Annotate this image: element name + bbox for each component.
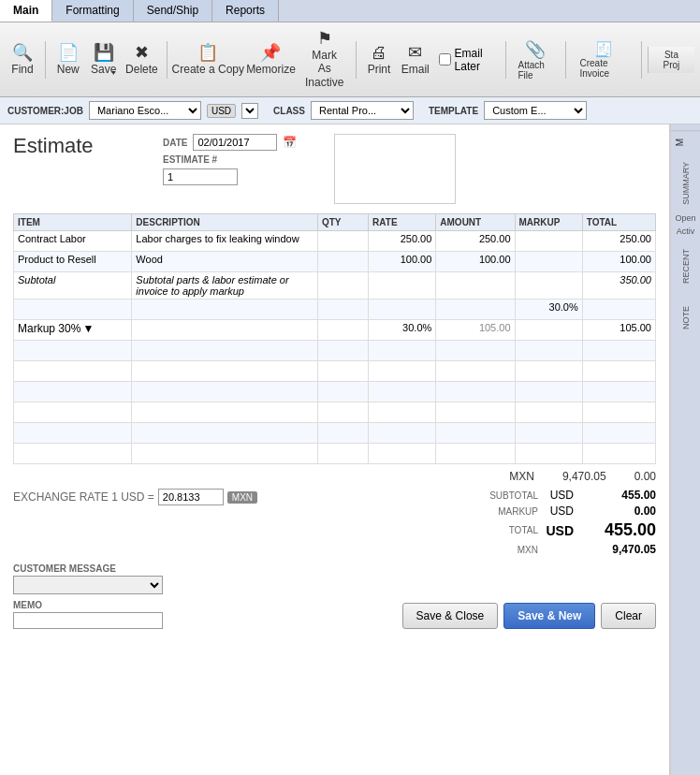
desc-cell: Wood [132, 252, 318, 272]
sta-proj-label: Sta Proj [664, 50, 680, 70]
qty-cell [317, 272, 368, 300]
memorize-button[interactable]: 📌 Memorize [245, 40, 297, 80]
exchange-label: EXCHANGE RATE 1 USD = [13, 490, 154, 504]
sep5 [565, 41, 566, 79]
rate-cell [369, 272, 436, 300]
email-later-checkbox[interactable] [439, 53, 451, 66]
col-header-amount: AMOUNT [436, 214, 515, 231]
tab-formatting[interactable]: Formatting [52, 0, 133, 22]
create-invoice-button[interactable]: 🧾 Create Invoice [571, 37, 635, 82]
save-close-button[interactable]: Save & Close [402, 603, 499, 629]
print-button[interactable]: 🖨 Print [362, 40, 396, 80]
total-cell: 350.00 [582, 272, 655, 300]
tab-reports[interactable]: Reports [212, 0, 279, 22]
sta-proj-button[interactable]: Sta Proj [648, 47, 694, 73]
customer-job-label: CUSTOMER:JOB [7, 106, 83, 116]
bottom-lower: CUSTOMER MESSAGE MEMO Save & Close Save … [13, 563, 656, 629]
subtotal-amount: 455.00 [581, 489, 656, 502]
clear-button[interactable]: Clear [601, 603, 656, 629]
item-cell [14, 300, 132, 320]
print-icon: 🖨 [371, 44, 387, 61]
date-row: DATE 📅 [163, 134, 297, 151]
desc-cell: Subtotal parts & labor estimate or invoi… [132, 272, 318, 300]
item-cell: Contract Labor [14, 231, 132, 252]
note-label: NOTE [681, 302, 691, 333]
table-row: Markup 30% ▼ 30.0% 105.00 105.00 [14, 320, 656, 341]
summary-label: SUMMARY [681, 158, 691, 209]
customer-message-label: CUSTOMER MESSAGE [13, 563, 163, 574]
address-box [334, 134, 456, 204]
attach-icon: 📎 [525, 39, 546, 60]
totals-section: MXN 9,470.05 0.00 [13, 470, 656, 485]
table-row: Contract Labor Labor charges to fix leak… [14, 231, 656, 252]
customer-message-select[interactable] [13, 576, 163, 594]
subtotal-line: SUBTOTAL USD 455.00 [482, 489, 656, 502]
desc-cell: Labor charges to fix leaking window [132, 231, 318, 252]
desc-cell [132, 320, 318, 341]
main-content: Estimate DATE 📅 ESTIMATE # ITE [0, 124, 700, 775]
total-mxn-line: MXN 9,470.05 [482, 543, 656, 556]
sep3 [356, 41, 357, 79]
estimate-row: ESTIMATE # [163, 154, 297, 165]
markup-cell: 30.0% [515, 300, 582, 320]
qty-cell [317, 252, 368, 272]
currency-badge: USD [207, 104, 236, 118]
exchange-totals-row: EXCHANGE RATE 1 USD = MXN SUBTOTAL USD 4… [13, 489, 656, 556]
find-button[interactable]: 🔍 Find [6, 40, 39, 80]
bottom-area: MXN 9,470.05 0.00 EXCHANGE RATE 1 USD = … [13, 470, 656, 629]
save-new-button[interactable]: Save & New [503, 603, 595, 629]
delete-button[interactable]: ✖ Delete [123, 40, 161, 80]
right-totals: SUBTOTAL USD 455.00 MARKUP USD 0.00 TOTA… [482, 489, 656, 556]
new-button[interactable]: 📄 New [51, 40, 85, 80]
total-mxn-amount: 9,470.05 [581, 543, 656, 556]
class-select[interactable]: Rental Pro... [311, 101, 414, 120]
estimate-input[interactable] [163, 168, 238, 185]
create-copy-button[interactable]: 📋 Create a Copy [173, 40, 243, 80]
amount-cell: 105.00 [436, 320, 515, 341]
total-cell: 100.00 [582, 252, 655, 272]
markup-dropdown-arrow[interactable]: ▼ [82, 322, 94, 335]
col-header-markup: MARKUP [515, 214, 582, 231]
sep4 [505, 41, 506, 79]
rate-cell: 100.00 [369, 252, 436, 272]
open-label[interactable]: Open [675, 212, 695, 225]
template-select[interactable]: Custom E... [484, 101, 587, 120]
customer-message-area: CUSTOMER MESSAGE [13, 563, 163, 594]
markup-cell [515, 320, 582, 341]
rate-cell: 30.0% [369, 320, 436, 341]
table-header-row: ITEM DESCRIPTION QTY RATE AMOUNT MARKUP … [14, 214, 656, 231]
table-row: 30.0% [14, 300, 656, 320]
item-cell: Product to Resell [14, 252, 132, 272]
attach-file-button[interactable]: 📎 Attach File [512, 36, 560, 84]
memo-input[interactable] [13, 612, 163, 629]
memo-area: MEMO [13, 600, 163, 629]
side-panel-tab-m[interactable]: M [671, 130, 700, 154]
markup-cell [515, 272, 582, 300]
form-header: Estimate DATE 📅 ESTIMATE # [13, 134, 656, 204]
tab-sendship[interactable]: Send/Ship [134, 0, 212, 22]
save-button[interactable]: 💾 Save ▼ [87, 40, 121, 80]
calendar-icon[interactable]: 📅 [283, 136, 297, 149]
exchange-input[interactable] [158, 489, 224, 505]
email-button[interactable]: ✉ Email [398, 40, 433, 80]
markup-line: MARKUP USD 0.00 [482, 504, 656, 518]
col-header-description: DESCRIPTION [132, 214, 318, 231]
total-mxn-label: MXN [482, 545, 538, 555]
memo-label: MEMO [13, 600, 163, 610]
amount-cell [436, 300, 515, 320]
currency-select[interactable]: ▼ [241, 103, 258, 119]
table-row [14, 444, 656, 464]
tab-main[interactable]: Main [0, 0, 52, 22]
markup-currency: USD [546, 504, 574, 518]
email-icon: ✉ [408, 44, 422, 61]
date-input[interactable] [193, 134, 277, 151]
estimate-table: ITEM DESCRIPTION QTY RATE AMOUNT MARKUP … [13, 213, 656, 464]
mark-inactive-button[interactable]: ⚑ Mark As Inactive [299, 26, 350, 93]
qty-cell [317, 300, 368, 320]
copy-icon: 📋 [197, 44, 218, 61]
table-row [14, 423, 656, 444]
amount-cell: 100.00 [436, 252, 515, 272]
markup-label: MARKUP [482, 506, 538, 517]
activ-label[interactable]: Activ [677, 225, 695, 238]
customer-job-select[interactable]: Mariano Esco... [89, 101, 201, 120]
